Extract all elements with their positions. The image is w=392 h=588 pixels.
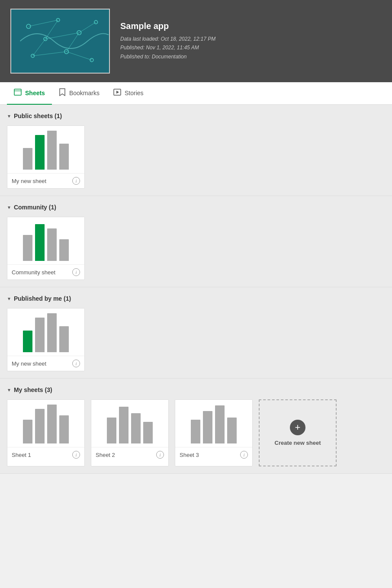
card-label: Sheet 1 [12,452,31,458]
section-title: Community (1) [14,204,56,211]
card-preview-ms1 [7,400,84,447]
stories-tab-label: Stories [125,90,144,96]
chart-bar [203,411,212,443]
card-footer-cs1: Community sheet i [7,265,84,280]
chevron-icon: ▼ [7,296,11,301]
chart-bar [59,415,69,443]
chart-bar [23,331,32,352]
info-icon[interactable]: i [72,268,80,276]
section-header-community[interactable]: ▼ Community (1) [7,196,385,217]
chart-bar [23,235,32,261]
section-header-my-sheets[interactable]: ▼ My sheets (3) [7,379,385,399]
info-icon[interactable]: i [72,360,80,367]
card-label: Community sheet [12,269,55,276]
sheet-card-ms1[interactable]: Sheet 1 i [7,399,85,466]
app-data-loaded: Data last loaded: Oct 18, 2022, 12:17 PM [120,35,215,43]
chart-bar [191,420,200,443]
app-published-to: Published to: Documentation [120,52,215,61]
chart-bar [59,326,69,352]
sheet-card-ms2[interactable]: Sheet 2 i [91,399,169,466]
chart-bar [59,144,69,170]
chart-bar [47,228,57,261]
app-header: Sample app Data last loaded: Oct 18, 202… [0,0,392,82]
chevron-icon: ▼ [7,388,11,392]
card-preview-ps1 [7,126,84,174]
chart-bar [227,418,237,443]
cards-grid-public-sheets: My new sheet i [7,125,385,189]
chart-bar [35,135,45,170]
stories-tab-icon [113,89,121,97]
cards-grid-community: Community sheet i [7,217,385,280]
card-label: My new sheet [12,178,46,184]
sheet-card-ps1[interactable]: My new sheet i [7,125,85,189]
section-title: Published by me (1) [14,295,71,302]
chart-bar [47,131,57,170]
app-title: Sample app [120,21,215,31]
chart-bar [35,224,45,261]
create-plus-icon: + [290,420,305,435]
cards-grid-my-sheets: Sheet 1 i Sheet 2 i Sheet 3 i + Create n… [7,399,385,466]
card-footer-ms2: Sheet 2 i [91,447,168,462]
chart-bar [35,318,45,352]
app-published: Published: Nov 1, 2022, 11:45 AM [120,43,215,52]
card-preview-ms2 [91,400,168,447]
chart-bar [47,405,57,443]
card-preview-ms3 [175,400,252,447]
sheets-tab-label: Sheets [25,90,45,96]
info-icon[interactable]: i [156,451,164,459]
create-new-sheet-label: Create new sheet [275,440,321,446]
tab-stories[interactable]: Stories [106,82,151,105]
chart-bar [215,405,225,443]
section-public-sheets: ▼ Public sheets (1) My new sheet i [0,105,392,196]
info-icon[interactable]: i [72,451,80,459]
card-footer-ms1: Sheet 1 i [7,447,84,462]
tab-sheets[interactable]: Sheets [7,82,52,105]
info-icon[interactable]: i [72,177,80,185]
section-header-published-by-me[interactable]: ▼ Published by me (1) [7,287,385,308]
bookmarks-tab-icon [59,88,66,98]
section-title: Public sheets (1) [14,112,62,119]
sheet-card-ms3[interactable]: Sheet 3 i [175,399,253,466]
app-thumbnail [10,9,110,74]
svg-rect-0 [12,10,109,73]
chart-bar [23,420,32,443]
chart-bar [35,409,45,443]
chart-bar [59,239,69,261]
app-info: Sample app Data last loaded: Oct 18, 202… [120,21,215,61]
chart-bar [119,407,129,443]
card-preview-cs1 [7,217,84,265]
card-label: My new sheet [12,360,46,367]
sheets-tab-icon [14,89,22,97]
main-content: ▼ Public sheets (1) My new sheet i ▼ Com… [0,105,392,474]
section-my-sheets: ▼ My sheets (3) Sheet 1 i Sheet 2 i Shee… [0,379,392,474]
bookmarks-tab-label: Bookmarks [69,90,100,96]
tabs-bar: Sheets Bookmarks Stories [0,82,392,105]
card-label: Sheet 2 [96,452,115,458]
sheet-card-cs1[interactable]: Community sheet i [7,217,85,280]
chart-bar [47,313,57,352]
card-preview-pbm1 [7,308,84,356]
section-title: My sheets (3) [14,386,52,393]
card-footer-ms3: Sheet 3 i [175,447,252,462]
svg-rect-17 [14,89,21,95]
tab-bookmarks[interactable]: Bookmarks [52,82,106,105]
create-new-sheet-card[interactable]: + Create new sheet [259,399,337,466]
card-footer-pbm1: My new sheet i [7,356,84,371]
chart-bar [107,418,116,443]
card-footer-ps1: My new sheet i [7,174,84,188]
sheet-card-pbm1[interactable]: My new sheet i [7,308,85,371]
chart-bar [143,422,153,443]
card-label: Sheet 3 [180,452,199,458]
chart-bar [23,148,32,170]
chart-bar [131,413,141,443]
chevron-icon: ▼ [7,114,11,119]
chevron-icon: ▼ [7,205,11,210]
section-header-public-sheets[interactable]: ▼ Public sheets (1) [7,105,385,125]
section-community: ▼ Community (1) Community sheet i [0,196,392,287]
section-published-by-me: ▼ Published by me (1) My new sheet i [0,287,392,379]
svg-marker-20 [116,91,119,94]
info-icon[interactable]: i [240,451,248,459]
cards-grid-published-by-me: My new sheet i [7,308,385,371]
